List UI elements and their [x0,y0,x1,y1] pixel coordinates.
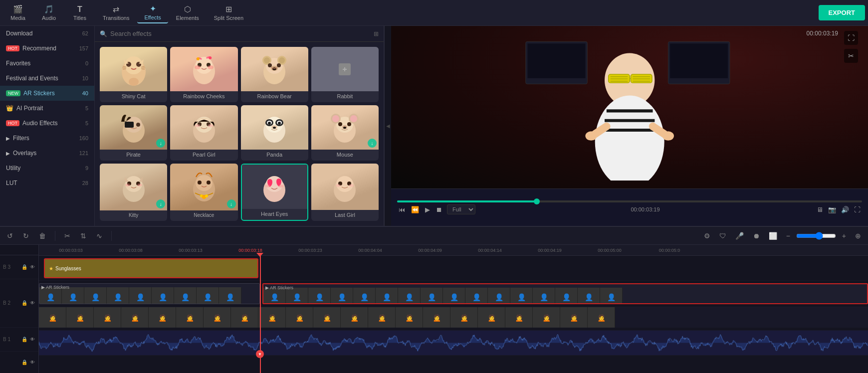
search-bar: 🔍 ⊞ [95,26,384,42]
svg-rect-79 [527,44,585,78]
timeline-record-btn[interactable]: ⏺ [750,230,763,242]
sidebar-item-download[interactable]: Download 62 [0,26,94,41]
redo-button[interactable]: ↻ [20,230,32,242]
sidebar-item-ar-stickers[interactable]: NEW AR Stickers 40 [0,86,94,101]
zoom-select[interactable]: Full 50% 75% [447,204,475,214]
skip-back-button[interactable]: ⏮ [397,205,407,214]
search-input[interactable] [110,30,371,37]
sidebar-item-recommend[interactable]: HOT Recommend 157 [0,41,94,56]
delete-button[interactable]: 🗑 [36,230,49,242]
undo-button[interactable]: ↺ [4,230,16,242]
cut-button[interactable]: ✂ [61,230,73,242]
effect-card-rainbow-cheeks[interactable]: Rainbow Cheeks [170,47,237,102]
toolbar-titles[interactable]: T Titles [65,3,95,23]
effect-name-cat3: Kitty [100,210,167,221]
lock-audio-btn[interactable]: 🔒 [21,359,28,366]
monitor-icon-btn[interactable]: 🖥 [815,205,825,214]
preview-section: ⛶ ✂ 00:00:03:19 ⏮ [391,26,868,226]
eye-b3-btn[interactable]: 👁 [29,264,35,270]
track-b2-row: ▶ AR Stickers 👤 👤 👤 👤 👤 👤 👤 👤 👤 [39,281,868,331]
fullscreen-btn[interactable]: ⛶ [853,205,862,214]
toolbar-splitscreen-label: Split Screen [214,15,243,21]
effect-card-rabbit[interactable]: Rabbit [311,47,379,102]
new-badge-ar: NEW [6,90,20,96]
timeline-shield-btn[interactable]: 🛡 [716,230,729,242]
eye-b2-btn[interactable]: 👁 [29,300,35,306]
effect-name-pirate: Pirate [100,150,167,161]
download-icon-mouse[interactable]: ↓ [368,139,377,148]
prev-frame-button[interactable]: ⏪ [410,205,421,214]
chevron-overlays-icon: ▶ [6,151,10,156]
svg-point-27 [127,122,132,127]
effect-card-pirate[interactable]: ↓ Pirate [100,105,167,161]
effect-card-last[interactable]: Last Girl [311,164,379,221]
sidebar-item-festival[interactable]: Festival and Events 10 [0,71,94,86]
sunglasses-clip[interactable]: ★ Sunglasses [44,258,258,278]
timeline-add-track-btn[interactable]: ⊕ [852,230,864,242]
toolbar-audio[interactable]: 🎵 Audio [34,2,64,23]
progress-knob[interactable] [534,198,540,204]
sidebar-item-filters[interactable]: ▶ Filters 160 [0,131,94,146]
svg-point-33 [195,124,200,127]
timeline-caption-btn[interactable]: ⬜ [766,230,780,242]
download-icon-pirate[interactable]: ↓ [156,139,165,148]
toolbar-transitions[interactable]: ⇄ Transitions [96,2,136,23]
audio-detach-button[interactable]: ∿ [93,230,105,242]
effect-card-cat3[interactable]: ↓ Kitty [100,164,167,221]
effect-card-shiny-cat[interactable]: Shiny Cat [100,47,167,102]
eye-audio-btn[interactable]: 👁 [29,359,35,366]
toolbar-elements[interactable]: ⬡ Elements [169,2,206,23]
ar-clip-2[interactable]: ▶ AR Stickers 👤 👤 👤 👤 👤 👤 👤 👤 👤 [262,283,868,304]
effect-card-rainbow-bear[interactable]: Rainbow Bear [241,47,308,102]
lock-b2-btn[interactable]: 🔒 [21,300,28,306]
effect-name-rabbit: Rabbit [311,91,379,102]
svg-point-67 [205,194,208,197]
ar-clip-1[interactable]: ▶ AR Stickers 👤 👤 👤 👤 👤 👤 👤 👤 👤 [39,283,260,304]
grid-view-icon[interactable]: ⊞ [374,30,379,37]
effect-card-necklace[interactable]: ↓ Necklace [170,164,237,221]
hot-badge-recommend: HOT [6,45,19,51]
sidebar-item-ai-portrait[interactable]: 👑 AI Portrait 5 [0,101,94,116]
sidebar-item-utility[interactable]: Utility 9 [0,161,94,176]
ruler-spacer [0,245,38,255]
timeline-zoom-out-btn[interactable]: − [783,230,793,242]
effects-sidebar: Download 62 HOT Recommend 157 Favorites … [0,26,95,226]
crown-badge-ai: 👑 [6,105,13,112]
play-button[interactable]: ▶ [424,205,432,214]
track-label-b1: B 1 🔒 👁 [0,328,38,352]
sidebar-item-lut[interactable]: LUT 28 [0,176,94,190]
preview-crop-btn[interactable]: ✂ [844,49,858,63]
sidebar-item-audio-effects[interactable]: HOT Audio Effects 5 [0,116,94,131]
lock-b1-btn[interactable]: 🔒 [21,336,28,343]
screenshot-btn[interactable]: 📷 [827,205,838,214]
svg-point-54 [343,127,346,129]
sidebar-item-overlays[interactable]: ▶ Overlays 121 [0,146,94,161]
split-button[interactable]: ⇅ [77,230,89,242]
timeline-mic-btn[interactable]: 🎤 [732,230,747,242]
toolbar-splitscreen[interactable]: ⊞ Split Screen [207,2,250,23]
export-button[interactable]: EXPORT [819,5,865,20]
preview-expand-btn[interactable]: ⛶ [844,31,858,45]
sidebar-ai-count: 5 [85,105,88,111]
effect-card-heart-eyes[interactable]: Heart Eyes [241,164,308,221]
sidebar-download-label: Download [6,30,32,37]
effect-card-pearl-girl[interactable]: Pearl Girl [170,105,237,161]
stop-button[interactable]: ⏹ [434,205,444,214]
panel-collapse-arrow[interactable]: ◀ [384,26,391,226]
toolbar-media[interactable]: 🎬 Media [3,2,33,23]
playhead-marker: ▼ [256,350,264,358]
sidebar-item-favorites[interactable]: Favorites 0 [0,56,94,71]
timeline-zoom-in-btn[interactable]: + [839,230,849,242]
download-icon-cat3[interactable]: ↓ [156,199,165,208]
volume-btn[interactable]: 🔊 [840,205,851,214]
effect-card-panda[interactable]: Panda [241,105,308,161]
progress-bar[interactable] [397,200,862,202]
download-icon-necklace[interactable]: ↓ [227,199,236,208]
lock-b3-btn[interactable]: 🔒 [21,264,28,270]
effect-thumb-cat3: ↓ [100,164,167,210]
toolbar-effects[interactable]: ✦ Effects [137,2,168,23]
eye-b1-btn[interactable]: 👁 [29,336,35,343]
timeline-zoom-slider[interactable] [796,232,836,240]
timeline-settings-btn[interactable]: ⚙ [701,230,713,242]
effect-card-mouse[interactable]: ↓ Mouse [311,105,379,161]
